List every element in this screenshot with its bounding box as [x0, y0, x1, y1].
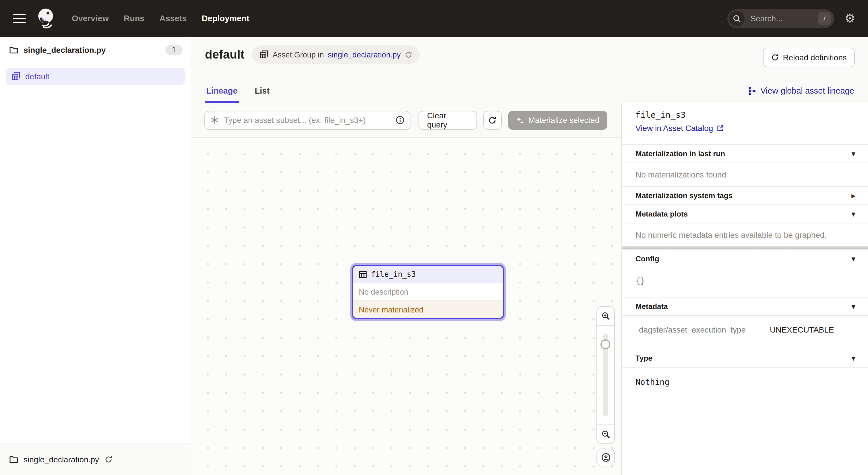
lineage-toolbar: Clear query Materialize selected: [191, 103, 621, 138]
panel-asset-title: file_in_s3: [636, 110, 854, 119]
section-materialization-last-run[interactable]: Materialization in last run ▼: [622, 145, 868, 163]
sidebar-item-default-group[interactable]: default: [6, 68, 185, 85]
asset-group-icon: [11, 72, 21, 81]
nav-item-assets[interactable]: Assets: [160, 14, 187, 23]
section-type[interactable]: Type ▼: [622, 349, 868, 367]
chevron-down-icon: ▼: [851, 355, 856, 361]
section-label: Materialization system tags: [636, 191, 733, 200]
panel-splitter[interactable]: [622, 246, 868, 250]
type-value: Nothing: [622, 367, 868, 387]
lineage-canvas: Clear query Materialize selected: [191, 103, 621, 475]
section-config[interactable]: Config ▼: [622, 250, 868, 268]
search-icon: [729, 11, 745, 26]
refresh-icon: [771, 53, 779, 61]
asset-node-description: No description: [353, 283, 503, 301]
chevron-down-icon: ▼: [851, 151, 856, 156]
view-in-asset-catalog-link[interactable]: View in Asset Catalog: [636, 123, 854, 133]
zoom-slider-thumb[interactable]: [600, 339, 610, 349]
clear-query-button[interactable]: Clear query: [418, 111, 477, 129]
asset-group-icon: [259, 50, 269, 59]
tab-lineage[interactable]: Lineage: [205, 82, 239, 103]
zoom-out-icon: [601, 429, 611, 439]
zoom-in-button[interactable]: [597, 307, 614, 326]
asset-group-pill: Asset Group in single_declaration.py: [252, 46, 420, 64]
sparkle-icon: [516, 116, 524, 124]
tab-list[interactable]: List: [254, 82, 271, 103]
section-metadata[interactable]: Metadata ▼: [622, 298, 868, 316]
chevron-right-icon: ▶: [851, 193, 856, 199]
metadata-row: dagster/asset_execution_type UNEXECUTABL…: [622, 316, 868, 349]
asset-subset-input[interactable]: [223, 115, 392, 125]
refresh-icon[interactable]: [405, 51, 412, 58]
section-label: Metadata: [636, 302, 668, 311]
materialize-label: Materialize selected: [528, 115, 599, 125]
nav-item-overview[interactable]: Overview: [72, 14, 109, 23]
asset-group-file-link[interactable]: single_declaration.py: [328, 50, 401, 59]
no-materializations-text: No materializations found: [622, 163, 868, 187]
info-icon[interactable]: [396, 115, 405, 125]
section-label: Type: [636, 354, 652, 362]
asset-count-badge: 1: [165, 44, 183, 55]
asset-group-prefix: Asset Group in: [273, 50, 324, 59]
asset-detail-panel: file_in_s3 View in Asset Catalog Materia…: [621, 103, 868, 475]
folder-icon: [9, 45, 19, 54]
no-numeric-metadata-text: No numeric metadata entries available to…: [622, 224, 868, 246]
zoom-slider: [597, 326, 614, 424]
top-nav: Overview Runs Assets Deployment / ⚙: [0, 0, 868, 37]
metadata-key: dagster/asset_execution_type: [639, 325, 770, 349]
section-materialization-system-tags[interactable]: Materialization system tags ▶: [622, 187, 868, 205]
materialize-selected-button[interactable]: Materialize selected: [508, 111, 608, 129]
chevron-down-icon: ▼: [851, 211, 856, 217]
refresh-icon: [488, 116, 497, 124]
chevron-down-icon: ▼: [851, 256, 856, 262]
section-label: Metadata plots: [636, 210, 688, 218]
chevron-down-icon: ▼: [851, 303, 856, 309]
nav-links: Overview Runs Assets Deployment: [72, 14, 249, 23]
dagster-logo-icon[interactable]: [35, 7, 57, 30]
download-image-button[interactable]: [596, 449, 615, 466]
lineage-graph-icon: [747, 86, 756, 95]
nav-item-deployment[interactable]: Deployment: [202, 14, 249, 23]
group-label: default: [25, 72, 50, 81]
zoom-controls: [596, 306, 615, 444]
refresh-query-button[interactable]: [484, 111, 501, 129]
page-header: default Asset Group in single_declaratio…: [191, 37, 868, 103]
metadata-value: UNEXECUTABLE: [770, 325, 834, 349]
tab-bar: Lineage List: [205, 82, 271, 103]
search-shortcut-key: /: [818, 12, 831, 25]
zoom-in-icon: [601, 311, 611, 321]
nav-right: / ⚙: [727, 9, 856, 28]
table-icon: [359, 270, 367, 278]
nav-item-runs[interactable]: Runs: [124, 14, 145, 23]
asset-node-file-in-s3[interactable]: file_in_s3 No description Never material…: [352, 265, 504, 319]
search-box[interactable]: /: [727, 9, 834, 28]
asset-node-status: Never materialized: [353, 301, 503, 318]
panel-header: file_in_s3 View in Asset Catalog: [622, 103, 868, 145]
folder-icon: [9, 455, 19, 464]
code-location-label: single_declaration.py: [24, 45, 105, 54]
view-global-asset-lineage-link[interactable]: View global asset lineage: [747, 86, 854, 95]
footer-file-label: single_declaration.py: [24, 455, 99, 464]
refresh-icon[interactable]: [104, 455, 112, 463]
asset-node-header: file_in_s3: [353, 266, 503, 283]
section-label: Materialization in last run: [636, 149, 725, 158]
zoom-out-button[interactable]: [597, 424, 614, 443]
section-metadata-plots[interactable]: Metadata plots ▼: [622, 205, 868, 224]
asset-subset-field[interactable]: [205, 111, 410, 129]
hamburger-menu-icon[interactable]: [13, 11, 26, 26]
gear-icon[interactable]: ⚙: [844, 12, 856, 24]
reload-definitions-button[interactable]: Reload definitions: [763, 48, 855, 67]
section-label: Config: [636, 255, 659, 263]
sidebar-item-code-location[interactable]: single_declaration.py 1: [0, 37, 191, 63]
catalog-link-label: View in Asset Catalog: [636, 123, 713, 133]
external-link-icon: [716, 124, 724, 132]
download-icon: [601, 453, 611, 463]
dagster-app: Overview Runs Assets Deployment / ⚙: [0, 0, 868, 475]
sidebar: single_declaration.py 1 default single_d…: [0, 37, 191, 475]
asset-node-name: file_in_s3: [371, 270, 416, 278]
global-lineage-label: View global asset lineage: [761, 86, 854, 95]
op-selector-icon: [210, 115, 219, 125]
page-title: default: [205, 48, 245, 61]
reload-definitions-label: Reload definitions: [783, 53, 847, 62]
search-input[interactable]: [749, 13, 809, 24]
